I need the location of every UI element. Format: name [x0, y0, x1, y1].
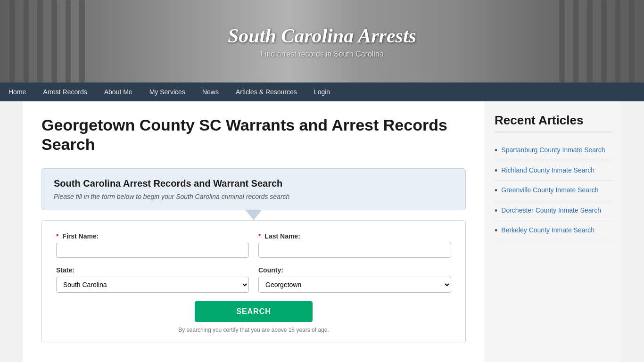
- name-row: * First Name: * Last Name:: [56, 232, 451, 258]
- state-group: State: South Carolina: [56, 266, 249, 293]
- search-box-subtitle: Please fill in the form below to begin y…: [54, 193, 454, 200]
- last-name-group: * Last Name:: [258, 232, 451, 258]
- article-item-4: Dorchester County Inmate Search: [495, 201, 612, 222]
- nav-news[interactable]: News: [194, 82, 227, 101]
- arrow-connector: [41, 210, 466, 220]
- nav-about-me[interactable]: About Me: [96, 82, 141, 101]
- search-button[interactable]: SEARCH: [195, 301, 313, 322]
- last-name-required: *: [258, 232, 261, 240]
- state-label: State:: [56, 266, 249, 274]
- site-header: South Carolina Arrests Find arrest recor…: [0, 0, 644, 82]
- article-item-1: Spartanburg County Inmate Search: [495, 141, 612, 161]
- form-disclaimer: By searching you certify that you are ab…: [56, 327, 451, 333]
- nav-arrest-records[interactable]: Arrest Records: [34, 82, 95, 101]
- page-title: Georgetown County SC Warrants and Arrest…: [41, 115, 466, 154]
- search-box-title: South Carolina Arrest Records and Warran…: [54, 178, 454, 189]
- article-item-5: Berkeley County Inmate Search: [495, 221, 612, 241]
- article-link-2[interactable]: Richland County Inmate Search: [501, 166, 594, 175]
- first-name-group: * First Name:: [56, 232, 249, 258]
- article-link-1[interactable]: Spartanburg County Inmate Search: [501, 146, 605, 155]
- site-title: South Carolina Arrests: [228, 25, 416, 47]
- first-name-label: * First Name:: [56, 232, 249, 240]
- search-intro-box: South Carolina Arrest Records and Warran…: [41, 168, 466, 210]
- site-subtitle: Find arrest records in South Carolina: [228, 50, 416, 58]
- nav-articles[interactable]: Articles & Resources: [227, 82, 305, 101]
- county-group: County: Georgetown: [258, 266, 451, 293]
- first-name-required: *: [56, 232, 58, 240]
- article-item-3: Greenville County Inmate Search: [495, 181, 612, 201]
- page-wrapper: Georgetown County SC Warrants and Arrest…: [23, 101, 621, 362]
- sidebar: Recent Articles Spartanburg County Inmat…: [485, 101, 621, 362]
- sidebar-title: Recent Articles: [495, 113, 612, 132]
- article-link-5[interactable]: Berkeley County Inmate Search: [501, 226, 594, 235]
- main-content: Georgetown County SC Warrants and Arrest…: [23, 101, 485, 362]
- article-link-4[interactable]: Dorchester County Inmate Search: [501, 206, 601, 215]
- last-name-input[interactable]: [258, 243, 451, 258]
- last-name-label: * Last Name:: [258, 232, 451, 240]
- nav-home[interactable]: Home: [0, 82, 34, 101]
- nav-login[interactable]: Login: [305, 82, 339, 101]
- nav-services[interactable]: My Services: [141, 82, 194, 101]
- main-nav: Home Arrest Records About Me My Services…: [0, 82, 644, 101]
- article-item-2: Richland County Inmate Search: [495, 161, 612, 181]
- county-select[interactable]: Georgetown: [258, 277, 451, 293]
- county-label: County:: [258, 266, 451, 274]
- first-name-input[interactable]: [56, 243, 249, 258]
- location-row: State: South Carolina County: Georgetown: [56, 266, 451, 293]
- article-link-3[interactable]: Greenville County Inmate Search: [501, 186, 598, 195]
- recent-articles-list: Spartanburg County Inmate Search Richlan…: [495, 141, 612, 241]
- search-form-container: * First Name: * Last Name: State:: [41, 220, 466, 343]
- state-select[interactable]: South Carolina: [56, 277, 249, 293]
